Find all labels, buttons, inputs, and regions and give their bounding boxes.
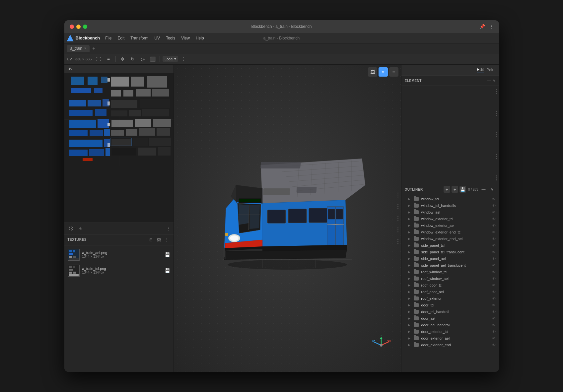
outliner-item-roof_door_ael[interactable]: ▶ roof_door_ael 👁 bbox=[401, 289, 499, 295]
link-icon[interactable]: ⛓ bbox=[67, 225, 74, 232]
visibility-icon[interactable]: 👁 bbox=[492, 277, 496, 281]
viewport-image-btn[interactable]: 🖼 bbox=[368, 67, 377, 77]
outliner-item-window_tcl[interactable]: ▶ window_tcl 👁 bbox=[401, 196, 499, 202]
visibility-icon[interactable]: 👁 bbox=[492, 257, 496, 261]
tab-a-train[interactable]: a_train × bbox=[67, 45, 90, 52]
visibility-icon[interactable]: 👁 bbox=[492, 303, 496, 307]
menu-file[interactable]: File bbox=[103, 35, 114, 41]
textures-add-btn[interactable]: ⊞ bbox=[148, 236, 154, 243]
outliner-add-cube-btn[interactable]: + bbox=[452, 186, 458, 193]
texture-item-ael[interactable]: a_train_ael.png 1344 × 1344px 💾 bbox=[64, 247, 174, 263]
outliner-item-side_panel_ael[interactable]: ▶ side_panel_ael 👁 bbox=[401, 255, 499, 262]
visibility-icon[interactable]: 👁 bbox=[492, 217, 496, 221]
visibility-icon[interactable]: 👁 bbox=[492, 263, 496, 267]
right-dots-2[interactable] bbox=[496, 111, 497, 116]
outliner-item-side_panel_ael_translucent[interactable]: ▶ side_panel_ael_translucent 👁 bbox=[401, 262, 499, 269]
toolbar-camera-btn[interactable]: ⬛ bbox=[148, 55, 157, 63]
vert-menu-4[interactable] bbox=[397, 228, 398, 232]
viewport[interactable]: 🖼 ☀ ≡ bbox=[174, 65, 401, 372]
right-dots-1[interactable] bbox=[496, 89, 497, 94]
outliner-item-door_ael_handrail[interactable]: ▶ door_ael_handrail 👁 bbox=[401, 322, 499, 328]
visibility-icon[interactable]: 👁 bbox=[492, 197, 496, 201]
outliner-item-window_exterior_ael[interactable]: ▶ window_exterior_ael 👁 bbox=[401, 222, 499, 229]
menu-uv[interactable]: UV bbox=[152, 35, 163, 41]
tab-add-button[interactable]: + bbox=[91, 45, 97, 51]
texture-save-ael[interactable]: 💾 bbox=[165, 252, 170, 257]
outliner-item-roof_door_tcl[interactable]: ▶ roof_door_tcl 👁 bbox=[401, 282, 499, 289]
menu-edit[interactable]: Edit bbox=[115, 35, 127, 41]
visibility-icon[interactable]: 👁 bbox=[492, 237, 496, 241]
element-minus-btn[interactable]: — bbox=[487, 78, 491, 83]
outliner-item-window_exterior_end_ael[interactable]: ▶ window_exterior_end_ael 👁 bbox=[401, 235, 499, 242]
outliner-item-window_tcl_handrails[interactable]: ▶ window_tcl_handrails 👁 bbox=[401, 202, 499, 209]
outliner-item-door_tcl[interactable]: ▶ door_tcl 👁 bbox=[401, 302, 499, 308]
right-dots-5[interactable] bbox=[496, 175, 497, 180]
outliner-item-door_exterior_tcl[interactable]: ▶ door_exterior_tcl 👁 bbox=[401, 328, 499, 335]
outliner-minus-btn[interactable]: — bbox=[480, 186, 487, 193]
menu-transform[interactable]: Transform bbox=[128, 35, 151, 41]
visibility-icon[interactable]: 👁 bbox=[492, 310, 496, 314]
pin-icon[interactable]: 📌 bbox=[479, 24, 485, 29]
maximize-button[interactable] bbox=[83, 25, 87, 29]
outliner-item-roof_window_tcl[interactable]: ▶ roof_window_tcl 👁 bbox=[401, 269, 499, 275]
element-expand-btn[interactable]: ∨ bbox=[493, 78, 496, 83]
outliner-item-door_ael[interactable]: ▶ door_ael 👁 bbox=[401, 315, 499, 322]
outliner-item-roof_window_ael[interactable]: ▶ roof_window_ael 👁 bbox=[401, 275, 499, 282]
texture-item-tcl[interactable]: a_train_tcl.png 1344 × 1344px 💾 bbox=[64, 263, 174, 279]
outliner-add-group-btn[interactable]: + bbox=[444, 186, 450, 193]
app-logo[interactable]: Blockbench bbox=[67, 35, 100, 41]
outliner-item-window_exterior_end_tcl[interactable]: ▶ window_exterior_end_tcl 👁 bbox=[401, 229, 499, 235]
menu-view[interactable]: View bbox=[178, 35, 192, 41]
outliner-item-door_exterior_ael[interactable]: ▶ door_exterior_ael 👁 bbox=[401, 335, 499, 342]
more-options-icon[interactable]: ⋮ bbox=[166, 226, 171, 231]
vert-menu-2[interactable] bbox=[397, 204, 398, 209]
toolbar-target-btn[interactable]: ◎ bbox=[138, 55, 147, 63]
menu-tools[interactable]: Tools bbox=[163, 35, 178, 41]
toolbar-more-btn[interactable]: ⋮ bbox=[179, 55, 188, 63]
vert-menu-5[interactable] bbox=[397, 239, 398, 244]
visibility-icon[interactable]: 👁 bbox=[492, 243, 496, 247]
tab-paint[interactable]: Paint bbox=[486, 67, 495, 73]
menu-help[interactable]: Help bbox=[193, 35, 207, 41]
outliner-item-window_ael[interactable]: ▶ window_ael 👁 bbox=[401, 209, 499, 216]
tab-close-button[interactable]: × bbox=[84, 46, 86, 50]
visibility-icon[interactable]: 👁 bbox=[492, 210, 496, 214]
more-icon[interactable]: ⋮ bbox=[489, 24, 494, 29]
visibility-icon[interactable]: 👁 bbox=[492, 296, 496, 300]
textures-more-btn[interactable]: ⋮ bbox=[164, 236, 170, 243]
uv-canvas[interactable] bbox=[64, 73, 174, 223]
gizmo[interactable]: X Y Z bbox=[371, 335, 391, 355]
outliner-item-roof_exterior[interactable]: ▶ roof_exterior 👁 bbox=[401, 295, 499, 302]
toolbar-expand-btn[interactable]: ⛶ bbox=[94, 55, 103, 63]
visibility-icon[interactable]: 👁 bbox=[492, 230, 496, 234]
visibility-icon[interactable]: 👁 bbox=[492, 330, 496, 334]
close-button[interactable] bbox=[70, 25, 74, 29]
warning-icon[interactable]: ⚠ bbox=[77, 225, 84, 232]
toolbar-move-btn[interactable]: ✥ bbox=[118, 55, 127, 63]
toolbar-rotate-btn[interactable]: ↻ bbox=[128, 55, 137, 63]
outliner-item-door_exterior_end[interactable]: ▶ door_exterior_end 👁 bbox=[401, 342, 499, 348]
visibility-icon[interactable]: 👁 bbox=[492, 250, 496, 254]
minimize-button[interactable] bbox=[76, 25, 81, 29]
outliner-save-btn[interactable]: 💾 bbox=[459, 186, 466, 193]
visibility-icon[interactable]: 👁 bbox=[492, 343, 496, 347]
visibility-icon[interactable]: 👁 bbox=[492, 270, 496, 274]
visibility-icon[interactable]: 👁 bbox=[492, 323, 496, 327]
outliner-item-side_panel_tcl_translucent[interactable]: ▶ side_panel_tcl_translucent 👁 bbox=[401, 249, 499, 255]
tab-edit[interactable]: Edit bbox=[477, 67, 484, 73]
right-dots-3[interactable] bbox=[496, 132, 497, 137]
visibility-icon[interactable]: 👁 bbox=[492, 290, 496, 294]
vert-menu-3[interactable] bbox=[397, 216, 398, 221]
textures-import-btn[interactable]: 🖼 bbox=[156, 236, 162, 243]
visibility-icon[interactable]: 👁 bbox=[492, 316, 496, 320]
visibility-icon[interactable]: 👁 bbox=[492, 283, 496, 287]
viewport-light-btn[interactable]: ☀ bbox=[379, 67, 388, 77]
toolbar-grid-btn[interactable]: = bbox=[104, 55, 113, 63]
toolbar-local-dropdown[interactable]: Local ▾ bbox=[163, 56, 178, 62]
texture-save-tcl[interactable]: 💾 bbox=[165, 268, 170, 273]
viewport-menu-btn[interactable]: ≡ bbox=[389, 67, 398, 77]
visibility-icon[interactable]: 👁 bbox=[492, 204, 496, 208]
outliner-expand-btn[interactable]: ∨ bbox=[489, 186, 496, 193]
right-dots-4[interactable] bbox=[496, 154, 497, 159]
visibility-icon[interactable]: 👁 bbox=[492, 224, 496, 228]
